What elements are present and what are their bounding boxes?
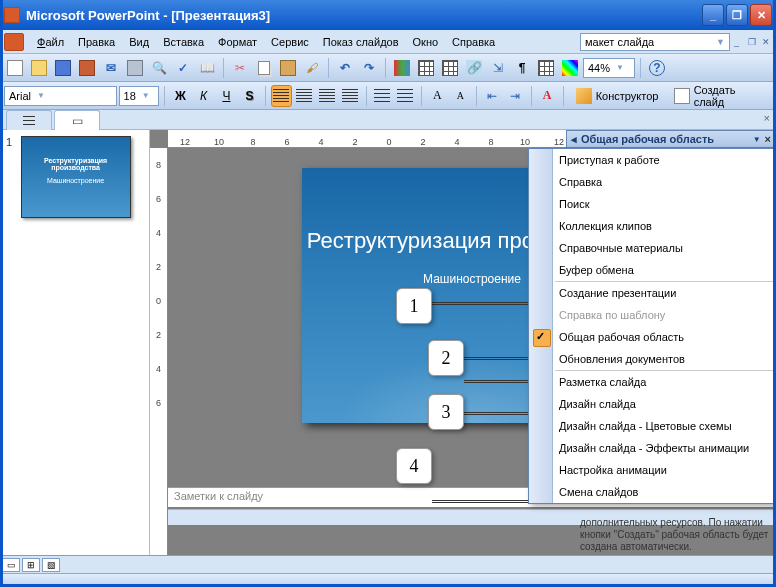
- redo-button[interactable]: ↷: [358, 57, 380, 79]
- dd-item-animation-schemes[interactable]: Дизайн слайда - Эффекты анимации: [529, 437, 775, 459]
- normal-view-button[interactable]: ▭: [2, 558, 20, 572]
- menu-edit[interactable]: Правка: [71, 34, 122, 50]
- system-menu-icon[interactable]: [4, 33, 24, 51]
- dd-item-slide-layout[interactable]: Разметка слайда: [529, 371, 775, 393]
- sorter-view-button[interactable]: ⊞: [22, 558, 40, 572]
- email-button[interactable]: ✉: [100, 57, 122, 79]
- dd-item-slide-design[interactable]: Дизайн слайда: [529, 393, 775, 415]
- close-icon[interactable]: ×: [765, 133, 771, 145]
- menu-insert[interactable]: Вставка: [156, 34, 211, 50]
- taskpane-header[interactable]: ◂ Общая рабочая область ▼ ×: [566, 130, 776, 148]
- dd-item-research[interactable]: Справочные материалы: [529, 237, 775, 259]
- bold-button[interactable]: Ж: [170, 85, 191, 107]
- format-painter-button[interactable]: 🖌: [301, 57, 323, 79]
- dropdown-icon[interactable]: ▼: [753, 135, 761, 144]
- align-center-button[interactable]: [294, 85, 315, 107]
- menu-tools[interactable]: Сервис: [264, 34, 316, 50]
- tables-borders-button[interactable]: [439, 57, 461, 79]
- new-slide-button[interactable]: Создать слайд: [667, 85, 772, 107]
- print-button[interactable]: [124, 57, 146, 79]
- dd-item-doc-updates[interactable]: Обновления документов: [529, 348, 775, 370]
- dd-item-help[interactable]: Справка: [529, 171, 775, 193]
- menu-view[interactable]: Вид: [122, 34, 156, 50]
- dd-item-slide-transition[interactable]: Смена слайдов: [529, 481, 775, 503]
- increase-indent-button[interactable]: ⇥: [505, 85, 526, 107]
- copy-button[interactable]: [253, 57, 275, 79]
- maximize-button[interactable]: ❐: [726, 4, 748, 26]
- table-button[interactable]: [415, 57, 437, 79]
- dd-item-search[interactable]: Поиск: [529, 193, 775, 215]
- bullets-button[interactable]: [395, 85, 416, 107]
- dd-item-color-schemes[interactable]: Дизайн слайда - Цветовые схемы: [529, 415, 775, 437]
- spelling-button[interactable]: ✓: [172, 57, 194, 79]
- dd-item-new-presentation[interactable]: Создание презентации: [529, 282, 775, 304]
- print-preview-button[interactable]: 🔍: [148, 57, 170, 79]
- font-size-combo[interactable]: 18▼: [119, 86, 159, 106]
- dd-item-clipart[interactable]: Коллекция клипов: [529, 215, 775, 237]
- cut-button[interactable]: ✂: [229, 57, 251, 79]
- slideshow-view-button[interactable]: ▧: [42, 558, 60, 572]
- dd-item-clipboard[interactable]: Буфер обмена: [529, 259, 775, 281]
- decrease-indent-button[interactable]: ⇤: [482, 85, 503, 107]
- paste-button[interactable]: [277, 57, 299, 79]
- permission-button[interactable]: [76, 57, 98, 79]
- minimize-button[interactable]: _: [702, 4, 724, 26]
- dd-item-getting-started[interactable]: Приступая к работе: [529, 149, 775, 171]
- slide-editor: 12 10 8 6 4 2 0 2 4 8 10 12 8 6 4 2 0 2 …: [150, 130, 776, 555]
- chevron-left-icon[interactable]: ◂: [571, 133, 577, 146]
- zoom-combo[interactable]: 44%▼: [583, 58, 635, 78]
- help-button[interactable]: ?: [646, 57, 668, 79]
- align-right-button[interactable]: [317, 85, 338, 107]
- slides-tab[interactable]: ▭: [54, 110, 100, 130]
- align-justify-button[interactable]: [340, 85, 361, 107]
- taskpane-nav[interactable]: ×: [758, 110, 776, 129]
- close-button[interactable]: ✕: [750, 4, 772, 26]
- mdi-minimize-button[interactable]: _: [734, 37, 744, 47]
- italic-button[interactable]: К: [193, 85, 214, 107]
- zoom-value: 44%: [588, 62, 610, 74]
- shadow-button[interactable]: S: [239, 85, 260, 107]
- hyperlink-button[interactable]: 🔗: [463, 57, 485, 79]
- save-button[interactable]: [52, 57, 74, 79]
- underline-button[interactable]: Ч: [216, 85, 237, 107]
- color-grayscale-button[interactable]: [559, 57, 581, 79]
- window-title: Microsoft PowerPoint - [Презентация3]: [26, 8, 702, 23]
- font-combo[interactable]: Arial▼: [4, 86, 117, 106]
- design-button[interactable]: Конструктор: [569, 85, 666, 107]
- horizontal-scrollbar[interactable]: [168, 509, 776, 525]
- thumbnail-title: Реструктуризация производства: [22, 157, 130, 171]
- undo-button[interactable]: ↶: [334, 57, 356, 79]
- slide-panel[interactable]: 1 Реструктуризация производства Машиност…: [0, 130, 150, 555]
- research-button[interactable]: 📖: [196, 57, 218, 79]
- menu-file[interactable]: ФФайлайл: [30, 34, 71, 50]
- font-color-button[interactable]: A: [537, 85, 558, 107]
- menu-format[interactable]: Формат: [211, 34, 264, 50]
- workspace: 1 Реструктуризация производства Машиност…: [0, 130, 776, 555]
- slide-thumbnail[interactable]: Реструктуризация производства Машиностро…: [21, 136, 131, 218]
- new-button[interactable]: [4, 57, 26, 79]
- expand-button[interactable]: ⇲: [487, 57, 509, 79]
- increase-font-button[interactable]: A: [427, 85, 448, 107]
- grid-button[interactable]: [535, 57, 557, 79]
- mdi-close-button[interactable]: ✕: [762, 37, 772, 47]
- app-icon: [4, 7, 20, 23]
- help-search-combo[interactable]: макет слайда ▼: [580, 33, 730, 51]
- mdi-restore-button[interactable]: ❐: [748, 37, 758, 47]
- font-size-value: 18: [124, 90, 136, 102]
- numbering-button[interactable]: [372, 85, 393, 107]
- dd-item-shared-workspace[interactable]: Общая рабочая область: [529, 326, 775, 348]
- align-left-button[interactable]: [271, 85, 292, 107]
- menu-slideshow[interactable]: Показ слайдов: [316, 34, 406, 50]
- dd-item-custom-animation[interactable]: Настройка анимации: [529, 459, 775, 481]
- show-formatting-button[interactable]: ¶: [511, 57, 533, 79]
- vertical-ruler[interactable]: 8 6 4 2 0 2 4 6: [150, 148, 168, 555]
- outline-tab[interactable]: [6, 110, 52, 130]
- chart-button[interactable]: [391, 57, 413, 79]
- menu-help[interactable]: Справка: [445, 34, 502, 50]
- menu-bar: ФФайлайл Правка Вид Вставка Формат Серви…: [0, 30, 776, 54]
- menu-window[interactable]: Окно: [406, 34, 446, 50]
- open-button[interactable]: [28, 57, 50, 79]
- decrease-font-button[interactable]: A: [450, 85, 471, 107]
- taskpane-dropdown: Приступая к работе Справка Поиск Коллекц…: [528, 148, 776, 504]
- title-bar: Microsoft PowerPoint - [Презентация3] _ …: [0, 0, 776, 30]
